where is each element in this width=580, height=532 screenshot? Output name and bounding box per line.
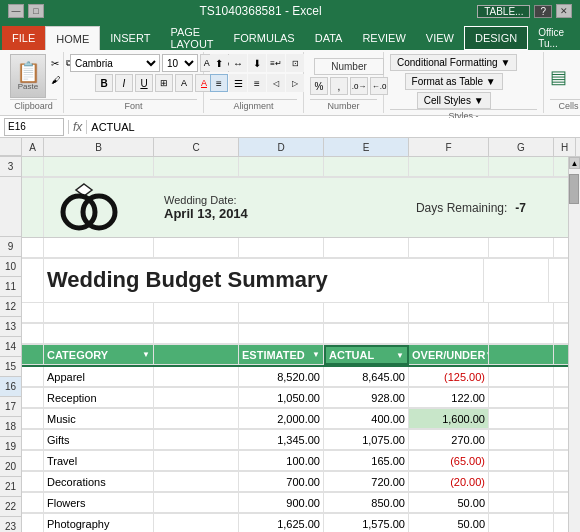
- font-size-select[interactable]: 10: [162, 54, 198, 72]
- cell-a17[interactable]: [22, 367, 44, 387]
- cell-a24[interactable]: [22, 514, 44, 532]
- cell-g14[interactable]: [489, 303, 554, 323]
- cell-g9[interactable]: [489, 238, 554, 258]
- cell-b23-flowers[interactable]: Flowers: [44, 493, 154, 513]
- number-format-display[interactable]: Number: [314, 58, 384, 75]
- cell-d20-estimated[interactable]: 1,345.00: [239, 430, 324, 450]
- cell-c24[interactable]: [154, 514, 239, 532]
- cell-h3[interactable]: [554, 157, 568, 177]
- cell-g21[interactable]: [489, 451, 554, 471]
- conditional-formatting-btn[interactable]: Conditional Formatting ▼: [390, 54, 517, 71]
- col-header-c[interactable]: C: [154, 138, 239, 156]
- cell-b17-apparel[interactable]: Apparel: [44, 367, 154, 387]
- cell-d16-estimated[interactable]: ESTIMATED ▼: [239, 345, 324, 365]
- cell-a14[interactable]: [22, 303, 44, 323]
- col-header-b[interactable]: B: [44, 138, 154, 156]
- cell-e15[interactable]: [324, 324, 409, 344]
- cell-f9[interactable]: [409, 238, 489, 258]
- cell-g19[interactable]: [489, 409, 554, 429]
- tab-page-layout[interactable]: PAGE LAYOUT: [160, 26, 223, 50]
- cell-f24-overunder[interactable]: 50.00: [409, 514, 489, 532]
- increase-decimal-btn[interactable]: .0→: [350, 77, 368, 95]
- cell-h14[interactable]: [554, 303, 568, 323]
- cell-h-title[interactable]: [549, 259, 568, 303]
- italic-btn[interactable]: I: [115, 74, 133, 92]
- cell-b19-music[interactable]: Music: [44, 409, 154, 429]
- cell-e24-actual[interactable]: 1,575.00: [324, 514, 409, 532]
- border-btn[interactable]: ⊞: [155, 74, 173, 92]
- cell-e17-actual[interactable]: 8,645.00: [324, 367, 409, 387]
- cell-b15[interactable]: [44, 324, 154, 344]
- cell-c3[interactable]: [154, 157, 239, 177]
- format-as-table-btn[interactable]: Format as Table ▼: [405, 73, 503, 90]
- scroll-up-btn[interactable]: ▲: [569, 157, 580, 169]
- cell-h15[interactable]: [554, 324, 568, 344]
- cell-e19-actual[interactable]: 400.00: [324, 409, 409, 429]
- cell-f19-overunder[interactable]: 1,600.00: [409, 409, 489, 429]
- cell-b21-travel[interactable]: Travel: [44, 451, 154, 471]
- cell-a22[interactable]: [22, 472, 44, 492]
- category-filter[interactable]: ▼: [142, 350, 150, 359]
- cell-g20[interactable]: [489, 430, 554, 450]
- decrease-indent-btn[interactable]: ◁: [267, 74, 285, 92]
- cell-e22-actual[interactable]: 720.00: [324, 472, 409, 492]
- cell-h22[interactable]: [554, 472, 568, 492]
- tab-file[interactable]: FILE: [2, 26, 45, 50]
- cell-a15[interactable]: [22, 324, 44, 344]
- main-title-cell[interactable]: Wedding Budget Summary: [44, 259, 404, 303]
- cell-d19-estimated[interactable]: 2,000.00: [239, 409, 324, 429]
- cell-f22-overunder[interactable]: (20.00): [409, 472, 489, 492]
- cell-styles-btn[interactable]: Cell Styles ▼: [417, 92, 491, 109]
- cell-e20-actual[interactable]: 1,075.00: [324, 430, 409, 450]
- cell-a16[interactable]: [22, 345, 44, 365]
- cell-h9[interactable]: [554, 238, 568, 258]
- tab-review[interactable]: REVIEW: [352, 26, 415, 50]
- help-btn[interactable]: ?: [534, 5, 552, 18]
- cell-g24[interactable]: [489, 514, 554, 532]
- cell-g23[interactable]: [489, 493, 554, 513]
- cell-b22-decorations[interactable]: Decorations: [44, 472, 154, 492]
- cell-h21[interactable]: [554, 451, 568, 471]
- cell-e14[interactable]: [324, 303, 409, 323]
- align-middle-btn[interactable]: ↔: [229, 54, 247, 72]
- increase-indent-btn[interactable]: ▷: [286, 74, 304, 92]
- cell-c21[interactable]: [154, 451, 239, 471]
- align-right-btn[interactable]: ≡: [248, 74, 266, 92]
- cell-a-title[interactable]: [22, 259, 44, 303]
- scroll-thumb[interactable]: [569, 174, 579, 204]
- cell-f18-overunder[interactable]: 122.00: [409, 388, 489, 408]
- cell-d24-estimated[interactable]: 1,625.00: [239, 514, 324, 532]
- tab-office-tut[interactable]: Office Tu...: [528, 26, 574, 50]
- merge-btn[interactable]: ⊡: [286, 54, 304, 72]
- restore-btn[interactable]: □: [28, 4, 44, 18]
- tab-view[interactable]: VIEW: [416, 26, 464, 50]
- cell-f23-overunder[interactable]: 50.00: [409, 493, 489, 513]
- cell-d22-estimated[interactable]: 700.00: [239, 472, 324, 492]
- vertical-scrollbar[interactable]: ▲ ▼: [568, 157, 580, 532]
- cell-h18[interactable]: [554, 388, 568, 408]
- tab-formulas[interactable]: FORMULAS: [224, 26, 305, 50]
- cell-b14[interactable]: [44, 303, 154, 323]
- cell-g-title[interactable]: [484, 259, 549, 303]
- col-header-d[interactable]: D: [239, 138, 324, 156]
- cell-f15[interactable]: [409, 324, 489, 344]
- cell-c23[interactable]: [154, 493, 239, 513]
- col-header-e[interactable]: E: [324, 138, 409, 156]
- cell-b3[interactable]: [44, 157, 154, 177]
- estimated-filter[interactable]: ▼: [312, 350, 320, 359]
- cell-c22[interactable]: [154, 472, 239, 492]
- fill-color-btn[interactable]: A: [175, 74, 193, 92]
- cell-g3[interactable]: [489, 157, 554, 177]
- comma-btn[interactable]: ,: [330, 77, 348, 95]
- cell-c16[interactable]: [154, 345, 239, 365]
- tab-home[interactable]: HOME: [45, 26, 100, 50]
- cell-h16[interactable]: [554, 345, 568, 365]
- cell-b18-reception[interactable]: Reception: [44, 388, 154, 408]
- cell-f17-overunder[interactable]: (125.00): [409, 367, 489, 387]
- tab-data[interactable]: DATA: [305, 26, 353, 50]
- align-bottom-btn[interactable]: ⬇: [248, 54, 266, 72]
- cell-f16-overunder[interactable]: OVER/UNDER ▼: [409, 345, 489, 365]
- cell-d21-estimated[interactable]: 100.00: [239, 451, 324, 471]
- cell-g17[interactable]: [489, 367, 554, 387]
- cell-e16-actual[interactable]: ACTUAL ▼: [324, 345, 409, 365]
